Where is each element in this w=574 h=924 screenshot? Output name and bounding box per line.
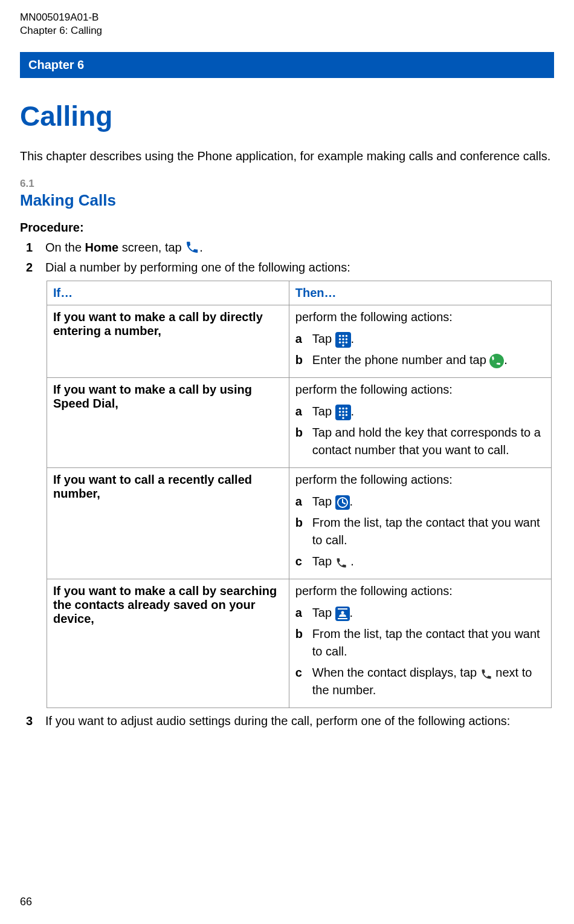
if-then-table: If… Then… If you want to make a call by …	[47, 281, 552, 708]
step3-text: If you want to adjust audio settings dur…	[45, 714, 554, 728]
svg-point-6	[338, 341, 340, 343]
recents-clock-icon	[335, 495, 350, 510]
step1-pre: On the	[45, 241, 85, 254]
step2-text: Dial a number by performing one of the f…	[45, 261, 554, 275]
substep-letter: b	[295, 625, 305, 643]
substep-letter: c	[295, 664, 305, 682]
substep: b From the list, tap the contact that yo…	[295, 514, 545, 549]
table-if-cell: If you want to call a recently called nu…	[47, 467, 289, 579]
chapter-intro: This chapter describes using the Phone a…	[20, 149, 554, 163]
contacts-icon	[335, 607, 350, 621]
substep-pre: Tap	[312, 405, 335, 418]
svg-point-14	[342, 411, 344, 412]
svg-point-16	[338, 414, 340, 415]
step1-suffix: .	[199, 241, 203, 254]
svg-point-23	[341, 611, 344, 614]
substep-text: Tap and hold the key that corresponds to…	[312, 424, 545, 459]
call-green-icon	[489, 354, 504, 368]
substep-letter: a	[295, 493, 305, 510]
substep-letter: a	[295, 330, 305, 348]
then-intro: perform the following actions:	[295, 383, 545, 397]
then-intro: perform the following actions:	[295, 310, 545, 324]
svg-point-1	[342, 334, 344, 336]
substep-post: .	[350, 606, 353, 619]
procedure-step-1: 1 On the Home screen, tap .	[26, 241, 554, 256]
substep: a Tap .	[295, 604, 545, 622]
table-then-cell: perform the following actions: a Tap . b…	[289, 579, 551, 708]
phone-handset-dark-icon	[335, 556, 347, 568]
substep-post: .	[351, 332, 355, 345]
table-header-then: Then…	[289, 281, 551, 305]
substep: c Tap .	[295, 553, 545, 570]
svg-point-11	[342, 407, 344, 409]
step1-post: screen, tap	[118, 241, 185, 254]
table-if-cell: If you want to make a call by searching …	[47, 579, 289, 708]
svg-point-13	[338, 411, 340, 412]
section-title: Making Calls	[20, 191, 554, 210]
substep: c When the contact displays, tap next to…	[295, 664, 545, 699]
svg-point-4	[342, 338, 344, 340]
substep-post: .	[504, 353, 508, 366]
table-then-cell: perform the following actions: a Tap . b…	[289, 467, 551, 579]
svg-point-2	[345, 334, 347, 336]
svg-point-15	[345, 411, 347, 412]
table-header-if: If…	[47, 281, 289, 305]
chapter-bar: Chapter 6	[20, 52, 554, 78]
svg-point-17	[342, 414, 344, 415]
table-row: If you want to make a call by directly e…	[47, 305, 552, 377]
chapter-line: Chapter 6: Calling	[20, 24, 554, 37]
svg-rect-21	[338, 608, 347, 610]
substep-letter: a	[295, 403, 305, 420]
substep-pre: Tap	[312, 495, 335, 508]
table-row: If you want to make a call by using Spee…	[47, 377, 552, 467]
substep-post: .	[347, 555, 354, 568]
svg-point-10	[338, 407, 340, 409]
step-number: 2	[26, 261, 37, 275]
svg-point-9	[342, 344, 344, 346]
substep-post: .	[351, 405, 355, 418]
procedure-label: Procedure:	[20, 221, 554, 235]
table-row: If you want to make a call by searching …	[47, 579, 552, 708]
table-if-cell: If you want to make a call by using Spee…	[47, 377, 289, 467]
substep: b From the list, tap the contact that yo…	[295, 625, 545, 660]
substep-text: From the list, tap the contact that you …	[312, 625, 545, 660]
table-then-cell: perform the following actions: a Tap . b…	[289, 377, 551, 467]
table-then-cell: perform the following actions: a Tap . b…	[289, 305, 551, 377]
doc-id: MN005019A01-B	[20, 11, 554, 24]
substep-pre: Tap	[312, 606, 335, 619]
substep-pre: Tap	[312, 332, 335, 345]
svg-rect-22	[338, 618, 347, 619]
procedure-step-3: 3 If you want to adjust audio settings d…	[26, 714, 554, 728]
substep: b Tap and hold the key that corresponds …	[295, 424, 545, 459]
substep-pre: Enter the phone number and tap	[312, 353, 490, 366]
dialpad-icon	[335, 332, 351, 348]
substep: b Enter the phone number and tap .	[295, 351, 545, 369]
substep: a Tap .	[295, 493, 545, 510]
substep-letter: b	[295, 351, 305, 369]
substep-letter: c	[295, 553, 305, 570]
substep-text: From the list, tap the contact that you …	[312, 514, 545, 549]
page-title: Calling	[20, 100, 554, 132]
step-number: 3	[26, 714, 37, 728]
step1-bold: Home	[85, 241, 119, 254]
table-row: If you want to call a recently called nu…	[47, 467, 552, 579]
svg-point-5	[345, 338, 347, 340]
substep-post: .	[350, 495, 353, 508]
dialpad-icon	[335, 405, 351, 420]
substep-pre: Tap	[312, 555, 335, 568]
phone-handset-blue-icon	[185, 240, 199, 255]
svg-point-12	[345, 407, 347, 409]
substep-letter: b	[295, 424, 305, 441]
then-intro: perform the following actions:	[295, 473, 545, 487]
step-number: 1	[26, 241, 37, 255]
svg-point-3	[338, 338, 340, 340]
phone-handset-dark-icon	[480, 668, 492, 680]
table-if-cell: If you want to make a call by directly e…	[47, 305, 289, 377]
substep-letter: a	[295, 604, 305, 622]
substep-pre: When the contact displays, tap	[312, 666, 480, 679]
procedure-step-2: 2 Dial a number by performing one of the…	[26, 261, 554, 275]
substep-letter: b	[295, 514, 305, 532]
svg-point-19	[342, 417, 344, 418]
svg-point-7	[342, 341, 344, 343]
svg-point-8	[345, 341, 347, 343]
